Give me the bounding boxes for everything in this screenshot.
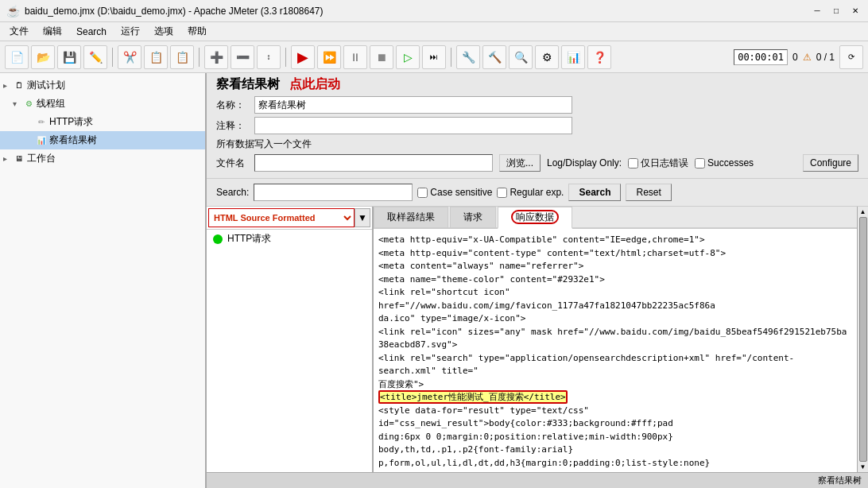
success-checkbox-label[interactable]: Successes [695, 157, 754, 168]
regex-label[interactable]: Regular exp. [497, 187, 564, 198]
error-log-checkbox[interactable] [628, 158, 638, 168]
main-layout: ▸ 🗒 测试计划 ▾ ⚙ 线程组 ✏ HTTP请求 📊 察看结果树 ▸ 🖥 工作… [0, 73, 868, 488]
tree-item-workbench[interactable]: ▸ 🖥 工作台 [0, 149, 205, 168]
tab-bar: 取样器结果 请求 响应数据 [374, 207, 857, 229]
error-log-checkbox-label[interactable]: 仅日志错误 [628, 157, 688, 170]
scroll-button[interactable]: ⟳ [839, 45, 863, 69]
app-icon: ☕ [6, 5, 20, 17]
tree-item-test-plan[interactable]: ▸ 🗒 测试计划 [0, 76, 205, 95]
tab-request[interactable]: 请求 [450, 207, 496, 227]
separator-1 [112, 48, 113, 67]
search-button[interactable]: Search [568, 184, 621, 201]
tree-item-thread-group[interactable]: ▾ ⚙ 线程组 [0, 95, 205, 113]
browse-button[interactable]: 浏览... [499, 154, 541, 172]
panel-title: 察看结果树 [216, 76, 280, 93]
search-label: Search: [216, 187, 249, 198]
comment-label: 注释： [216, 119, 248, 133]
test-plan-icon: 🗒 [13, 79, 25, 92]
elapsed-time: 00:00:01 [734, 49, 788, 65]
format-select[interactable]: HTML Source Formatted [208, 208, 355, 227]
cut-button[interactable]: ✂️ [118, 45, 141, 69]
move-button[interactable]: ↕ [257, 45, 281, 69]
success-checkbox[interactable] [695, 158, 705, 168]
search-input[interactable] [254, 184, 413, 201]
vertical-scrollbar[interactable]: ▲ ▼ [857, 207, 868, 472]
tree-item-http-request[interactable]: ✏ HTTP请求 [0, 113, 205, 131]
copy-button[interactable]: 📋 [144, 45, 168, 69]
scroll-down[interactable]: ▼ [860, 463, 866, 471]
menu-help[interactable]: 帮助 [181, 23, 213, 40]
add-button[interactable]: ➕ [204, 45, 228, 69]
separator-3 [285, 48, 286, 67]
save-button[interactable]: 💾 [57, 45, 81, 69]
content-line-6: <link rel="icon" sizes="any" mask href="… [378, 326, 852, 339]
tree-label-http: HTTP请求 [49, 115, 93, 129]
content-line-9: 百度搜索"> [378, 378, 852, 392]
case-sensitive-checkbox[interactable] [417, 188, 428, 198]
bottom-panel: HTML Source Formatted ▼ HTTP请求 取样器结果 请求 … [207, 207, 868, 472]
filename-label: 文件名 [216, 157, 248, 170]
start-no-pause-button[interactable]: ⏩ [317, 45, 341, 69]
search-btn-toolbar[interactable]: 🔍 [509, 45, 533, 69]
tab-response-data[interactable]: 响应数据 [498, 207, 572, 229]
menu-edit[interactable]: 编辑 [37, 23, 68, 40]
start-button[interactable]: ▶ [291, 45, 315, 69]
maximize-button[interactable]: □ [830, 5, 843, 17]
window-title: baidu_demo.jmx (D:\baidu_demo.jmx) - Apa… [25, 6, 324, 17]
menu-run[interactable]: 运行 [114, 23, 146, 40]
settings-button[interactable]: ⚙ [535, 45, 559, 69]
templates-button[interactable]: 🔨 [482, 45, 506, 69]
left-panel: ▸ 🗒 测试计划 ▾ ⚙ 线程组 ✏ HTTP请求 📊 察看结果树 ▸ 🖥 工作… [0, 73, 207, 488]
filename-input[interactable] [254, 154, 493, 172]
panel-header: 察看结果树 点此启动 名称： 注释： 所有数据写入一个文件 文件名 浏览... … [207, 73, 868, 179]
menu-file[interactable]: 文件 [3, 23, 35, 40]
comment-input[interactable] [254, 117, 572, 134]
log-viewer-button[interactable]: 📊 [561, 45, 585, 69]
name-input[interactable] [254, 96, 572, 114]
tree-label-thread-group: 线程组 [37, 97, 65, 110]
help-button[interactable]: ❓ [587, 45, 611, 69]
close-button[interactable]: ✕ [849, 5, 862, 17]
content-line-3: <meta name="theme-color" content="#2932e… [378, 273, 852, 287]
new-button[interactable]: 📄 [5, 45, 29, 69]
scroll-up[interactable]: ▲ [860, 208, 866, 215]
expand-wb[interactable]: ▸ [3, 154, 13, 163]
content-line-7: 38eacbd87.svg"> [378, 339, 852, 352]
clear-button[interactable]: ⏭ [422, 45, 446, 69]
configure-button[interactable]: Configure [803, 154, 858, 172]
workbench-icon: 🖥 [13, 153, 25, 165]
reset-button[interactable]: Reset [626, 184, 671, 201]
result-tree-icon: 📊 [35, 134, 48, 147]
minimize-button[interactable]: ─ [811, 5, 823, 17]
content-area[interactable]: <meta http-equiv="x-UA-Compatible" conte… [374, 229, 857, 472]
tree-item-result-tree[interactable]: 📊 察看结果树 [0, 131, 205, 149]
menu-options[interactable]: 选项 [148, 23, 180, 40]
highlighted-title: <title>jmeter性能测试_百度搜索</title> [378, 390, 568, 404]
function-helper-button[interactable]: 🔧 [456, 45, 480, 69]
content-line-11: <style data-for="result" type="text/css"… [378, 405, 852, 431]
expand-icon-tg[interactable]: ▾ [13, 99, 22, 108]
status-text: 察看结果树 [818, 474, 862, 486]
remove-button[interactable]: ➖ [231, 45, 254, 69]
stop-button[interactable]: ⏹ [370, 45, 393, 69]
content-line-5: da.ico" type="image/x-icon"> [378, 312, 852, 326]
pause-button[interactable]: ⏸ [343, 45, 367, 69]
dropdown-arrow[interactable]: ▼ [355, 208, 370, 227]
expand-icon[interactable]: ▸ [3, 81, 13, 90]
case-sensitive-label[interactable]: Case sensitive [417, 187, 492, 198]
content-line-4: <link rel="shortcut icon" href="//www.ba… [378, 286, 852, 312]
http-request-icon: ✏ [35, 116, 48, 129]
tab-sampler-result[interactable]: 取样器结果 [374, 207, 448, 227]
revert-button[interactable]: ✏️ [83, 45, 107, 69]
open-button[interactable]: 📂 [31, 45, 55, 69]
result-item-http[interactable]: HTTP请求 [207, 230, 372, 248]
title-bar: ☕ baidu_demo.jmx (D:\baidu_demo.jmx) - A… [0, 0, 868, 22]
menu-search[interactable]: Search [70, 25, 113, 39]
paste-button[interactable]: 📋 [170, 45, 194, 69]
scroll-thumb[interactable] [859, 217, 867, 462]
regex-checkbox[interactable] [497, 188, 507, 198]
tree-label-test-plan: 测试计划 [27, 79, 65, 92]
content-line-8: <link rel="search" type="application/ope… [378, 352, 852, 378]
content-line-1: <meta http-equiv="content-type" content=… [378, 247, 852, 261]
run-from-button[interactable]: ▷ [396, 45, 420, 69]
